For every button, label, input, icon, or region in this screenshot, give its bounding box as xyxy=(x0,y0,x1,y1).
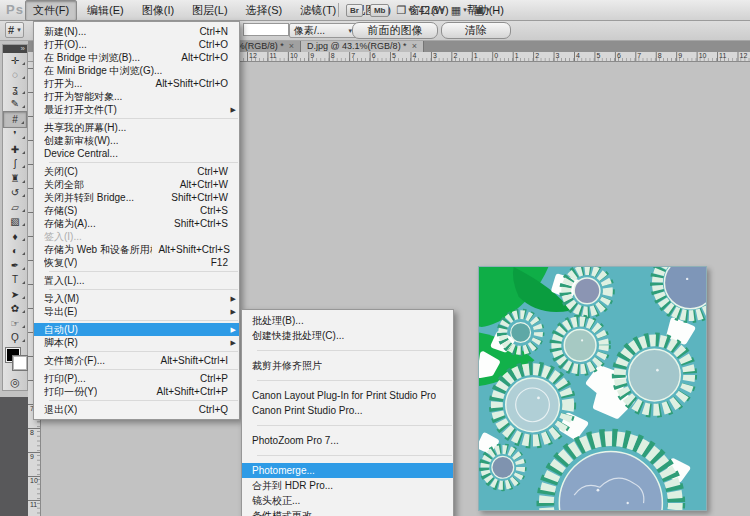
file-menu-item[interactable]: 打开为智能对象... xyxy=(34,90,239,103)
menu-item-label: 镜头校正... xyxy=(252,494,300,508)
automate-submenu-item[interactable]: PhotoZoom Pro 7... xyxy=(242,433,453,448)
hand-tool-icon[interactable]: ☞ xyxy=(3,316,27,331)
move-tool-icon[interactable]: ✛ xyxy=(3,53,27,68)
tool-preset-picker[interactable]: # ▾ xyxy=(5,22,24,38)
file-menu-item[interactable]: 关闭并转到 Bridge... Shift+Ctrl+W xyxy=(34,191,239,204)
file-menu-item[interactable]: 新建(N)... Ctrl+N xyxy=(34,25,239,38)
mini-bridge-button[interactable]: Mb xyxy=(370,4,390,17)
eraser-tool-icon[interactable]: ▱ xyxy=(3,200,27,215)
automate-submenu-item[interactable] xyxy=(242,343,453,358)
menubar-item[interactable]: 图层(L) xyxy=(184,0,235,21)
file-menu-item[interactable]: 关闭(C) Ctrl+W xyxy=(34,165,239,178)
custom-shape-tool-icon[interactable]: ✿ xyxy=(3,302,27,317)
automate-submenu-item[interactable] xyxy=(242,448,453,463)
file-menu-item[interactable]: 打开(O)... Ctrl+O xyxy=(34,38,239,51)
lasso-tool-icon[interactable]: ʓ xyxy=(3,82,27,97)
ruler-number: 12 xyxy=(738,52,750,60)
automate-submenu-item[interactable] xyxy=(242,373,453,388)
crop-size-input[interactable] xyxy=(243,23,289,36)
menubar-item[interactable]: 滤镜(T) xyxy=(292,0,344,21)
file-menu-item[interactable]: 恢复(V) F12 xyxy=(34,256,239,269)
ruler-number: 9 xyxy=(308,52,328,60)
file-menu-item[interactable]: 在 Mini Bridge 中浏览(G)... xyxy=(34,64,239,77)
close-icon[interactable]: × xyxy=(412,42,417,51)
file-menu-item[interactable]: 退出(X) Ctrl+Q xyxy=(34,403,239,416)
quick-selection-tool-icon[interactable]: ✎ xyxy=(3,97,27,112)
file-menu-item[interactable]: 打印(P)... Ctrl+P xyxy=(34,372,239,385)
automate-submenu-item[interactable]: 裁剪并修齐照片 xyxy=(242,358,453,373)
divider xyxy=(338,3,339,17)
automate-submenu-item[interactable]: 镜头校正... xyxy=(242,493,453,508)
view-extras-button[interactable]: ❐ ▾ xyxy=(396,4,411,16)
launch-bridge-button[interactable]: Br xyxy=(346,4,363,17)
screen-mode-button[interactable]: ▣ ▾ xyxy=(474,4,490,16)
application-bar: Br Mb ❐ ▾ 42.8 ▾ ▦ ▾ ▣ ▾ xyxy=(338,0,490,20)
eyedropper-tool-icon[interactable]: ❜ xyxy=(3,128,27,143)
file-menu-item[interactable]: 存储为(A)... Shift+Ctrl+S xyxy=(34,217,239,230)
file-menu-item[interactable]: 关闭全部 Alt+Ctrl+W xyxy=(34,178,239,191)
file-menu-item[interactable]: 创建新审核(W)... xyxy=(34,134,239,147)
canvas-image[interactable] xyxy=(478,266,707,511)
ruler-number: 11 xyxy=(30,501,37,508)
file-menu-item[interactable]: 在 Bridge 中浏览(B)... Alt+Ctrl+O xyxy=(34,51,239,64)
file-menu-item[interactable]: Device Central... xyxy=(34,147,239,160)
menu-item-label: Photomerge... xyxy=(252,465,315,476)
file-menu-item[interactable]: 自动(U) ▶ xyxy=(34,323,239,336)
ruler-number: 2 xyxy=(533,52,553,60)
file-menu-item[interactable]: 存储为 Web 和设备所用格式(D)... Alt+Shift+Ctrl+S xyxy=(34,243,239,256)
background-color-swatch[interactable] xyxy=(13,356,27,370)
type-tool-icon[interactable]: T xyxy=(3,273,27,288)
healing-brush-tool-icon[interactable]: ✚ xyxy=(3,142,27,157)
automate-submenu-item[interactable] xyxy=(242,418,453,433)
crop-tool-icon[interactable]: # xyxy=(3,111,27,128)
menubar-item[interactable]: 选择(S) xyxy=(238,0,291,21)
zoom-level-control[interactable]: 42.8 ▾ xyxy=(419,5,444,16)
file-menu-item[interactable]: 导出(E) ▶ xyxy=(34,305,239,318)
automate-submenu-item[interactable]: 条件模式更改... xyxy=(242,508,453,516)
file-menu-item[interactable]: 打开为... Alt+Shift+Ctrl+O xyxy=(34,77,239,90)
clear-button[interactable]: 清除 xyxy=(441,22,511,39)
clone-stamp-tool-icon[interactable]: ♜ xyxy=(3,171,27,186)
file-menu-item[interactable]: 共享我的屏幕(H)... xyxy=(34,121,239,134)
ruler-number: 0 xyxy=(492,52,512,60)
submenu-arrow-icon: ▶ xyxy=(229,339,236,347)
zoom-tool-icon[interactable]: Ϙ xyxy=(3,331,27,346)
automate-submenu-item[interactable]: Canon Print Studio Pro... xyxy=(242,403,453,418)
document-tab[interactable]: D.jpg @ 43.1%(RGB/8) * × xyxy=(301,40,424,52)
file-menu-item[interactable]: 签入(I)... xyxy=(34,230,239,243)
ruler-number: 11 xyxy=(267,52,287,60)
file-menu-item[interactable]: 存储(S) Ctrl+S xyxy=(34,204,239,217)
gradient-tool-icon[interactable]: ▧ xyxy=(3,215,27,230)
file-menu-item[interactable]: 打印一份(Y) Alt+Shift+Ctrl+P xyxy=(34,385,239,398)
brush-tool-icon[interactable]: ʃ xyxy=(3,157,27,172)
blur-tool-icon[interactable]: ♦ xyxy=(3,229,27,244)
menubar-item[interactable]: 编辑(E) xyxy=(79,0,132,21)
menubar-item[interactable]: 图像(I) xyxy=(134,0,182,21)
marquee-tool-icon[interactable]: ◌ xyxy=(3,68,27,83)
automate-submenu-item[interactable]: 创建快捷批处理(C)... xyxy=(242,328,453,343)
front-image-button[interactable]: 前面的图像 xyxy=(352,22,438,39)
file-menu-item[interactable]: 文件简介(F)... Alt+Shift+Ctrl+I xyxy=(34,354,239,367)
quick-mask-button[interactable]: ◎ xyxy=(3,375,27,390)
close-icon[interactable]: × xyxy=(289,42,294,51)
resolution-unit-select[interactable]: 像素/... ▾ xyxy=(289,23,357,38)
file-menu-item[interactable]: 最近打开文件(T) ▶ xyxy=(34,103,239,116)
file-menu-item[interactable]: 脚本(R) ▶ xyxy=(34,336,239,349)
menu-item-shortcut: Ctrl+S xyxy=(194,205,228,216)
dodge-tool-icon[interactable]: ◐ xyxy=(3,244,27,259)
menubar-item[interactable]: 文件(F) xyxy=(25,0,77,21)
ruler-number: 10 xyxy=(697,52,717,60)
collapse-panel-button[interactable]: » xyxy=(3,45,27,53)
automate-submenu-item[interactable]: Canon Layout Plug-In for Print Studio Pr… xyxy=(242,388,453,403)
file-menu-item[interactable]: 置入(L)... xyxy=(34,274,239,287)
automate-submenu-item[interactable]: Photomerge... xyxy=(242,463,453,478)
file-menu-item[interactable]: 导入(M) ▶ xyxy=(34,292,239,305)
automate-submenu-item[interactable]: 批处理(B)... xyxy=(242,313,453,328)
automate-submenu-item[interactable]: 合并到 HDR Pro... xyxy=(242,478,453,493)
history-brush-tool-icon[interactable]: ↺ xyxy=(3,186,27,201)
menu-item-shortcut: Alt+Shift+Ctrl+P xyxy=(151,386,228,397)
resolution-unit-value: 像素/... xyxy=(294,24,325,38)
arrange-documents-button[interactable]: ▦ ▾ xyxy=(451,4,467,16)
pen-tool-icon[interactable]: ✒ xyxy=(3,258,27,273)
path-selection-tool-icon[interactable]: ➤ xyxy=(3,287,27,302)
